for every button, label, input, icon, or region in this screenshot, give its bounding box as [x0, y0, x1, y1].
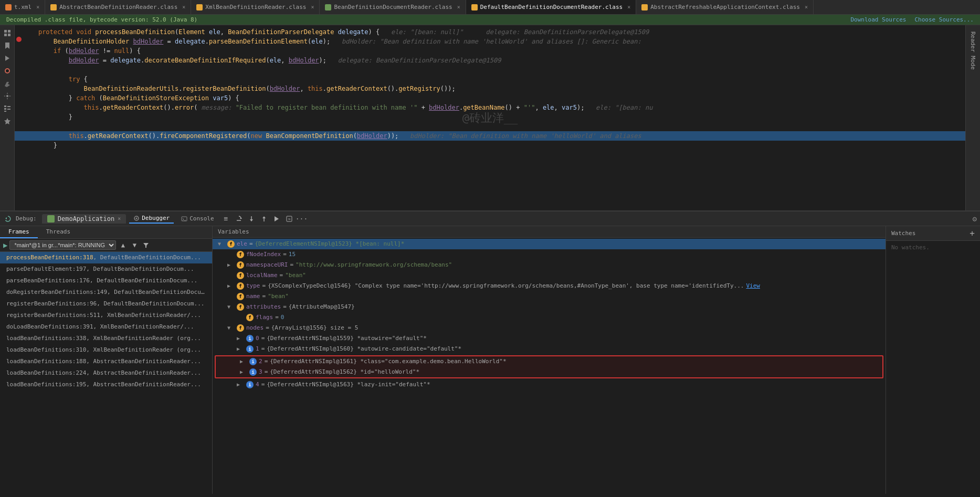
debug-body: Frames Threads ▶ *main*@1 in gr...*main*… — [0, 226, 980, 494]
sidebar-icon-settings[interactable] — [2, 90, 13, 102]
tab-close-4[interactable]: × — [627, 4, 630, 10]
ctrl-btn-down[interactable]: ▼ — [130, 240, 139, 250]
tab-icon-xml — [5, 4, 12, 10]
var-expand-nodes[interactable]: ▼ — [227, 323, 235, 333]
var-expand-flags — [237, 313, 244, 322]
code-line-5 — [15, 65, 965, 75]
sidebar-icon-debug[interactable] — [2, 65, 13, 77]
gear-btn[interactable]: ⚙ — [973, 215, 977, 223]
frame-item-2[interactable]: parseBeanDefinitions:176, DefaultBeanDef… — [0, 275, 212, 287]
debug-btn-step-out[interactable] — [259, 214, 269, 224]
debug-label: Debug: — [16, 215, 37, 222]
tab-close-xml[interactable]: × — [36, 4, 39, 10]
sidebar-icon-paint[interactable] — [2, 78, 13, 89]
code-line-9: this.getReaderContext().error( message: … — [15, 103, 965, 112]
var-expand-node-4[interactable]: ▶ — [237, 380, 244, 389]
debug-btn-run-cursor[interactable] — [272, 214, 281, 224]
var-eq-ele: = — [249, 239, 253, 249]
debug-btn-step-over[interactable] — [234, 214, 244, 224]
tab-abstract-bean[interactable]: AbstractBeanDefinitionReader.class × — [45, 0, 191, 14]
frame-item-3[interactable]: doRegisterBeanDefinitions:149, DefaultBe… — [0, 287, 212, 298]
download-sources-link[interactable]: Download Sources — [850, 16, 906, 23]
var-eq-localname: = — [280, 271, 283, 280]
var-item-nodes[interactable]: ▼ f nodes = {ArrayList@1556} size = 5 — [213, 323, 886, 333]
choose-sources-link[interactable]: Choose Sources... — [914, 16, 974, 23]
tab-default-bean-doc[interactable]: DefaultBeanDefinitionDocumentReader.clas… — [466, 0, 637, 14]
frame-item-4[interactable]: registerBeanDefinitions:96, DefaultBeanD… — [0, 298, 212, 310]
var-item-node-2[interactable]: ▶ i 2 = {DeferredAttrNSImpl@1561} *class… — [216, 356, 882, 367]
sidebar-icon-project[interactable] — [2, 27, 13, 39]
tab-close-2[interactable]: × — [311, 4, 314, 10]
var-item-fnodeindex[interactable]: f fNodeIndex = 15 — [213, 249, 886, 260]
debug-btn-eval[interactable]: ≈ — [284, 214, 294, 224]
tab-label-default-bean-doc: DefaultBeanDefinitionDocumentReader.clas… — [480, 4, 623, 10]
var-item-node-0[interactable]: ▶ i 0 = {DeferredAttrNSImpl@1559} *autow… — [213, 333, 886, 344]
watches-add-btn[interactable]: + — [970, 228, 975, 238]
sidebar-icon-bookmark[interactable] — [2, 40, 13, 51]
var-name-name: name — [246, 292, 260, 301]
var-item-nsuri[interactable]: ▶ f namespaceURI = "http://www.springfra… — [213, 260, 886, 270]
debug-btn-list[interactable]: ≡ — [222, 214, 231, 224]
var-item-name[interactable]: f name = "bean" — [213, 291, 886, 302]
var-val-type-view[interactable]: View — [746, 281, 760, 291]
var-expand-nsuri[interactable]: ▶ — [227, 260, 235, 270]
var-expand-node-3[interactable]: ▶ — [240, 367, 247, 377]
var-item-ele[interactable]: ▼ f ele = {DeferredElementNSImpl@1523} *… — [213, 239, 886, 249]
var-icon-nodes: f — [237, 324, 244, 332]
var-name-type: type — [246, 281, 260, 291]
svg-rect-2 — [4, 34, 7, 36]
debug-btn-dots[interactable]: ··· — [297, 214, 307, 224]
frames-tab-frames[interactable]: Frames — [0, 226, 38, 238]
frame-item-11[interactable]: loadBeanDefinitions:195, AbstractBeanDef… — [0, 379, 212, 390]
ctrl-btn-up[interactable]: ▲ — [118, 240, 128, 250]
svg-rect-1 — [8, 30, 10, 33]
var-expand-ele[interactable]: ▼ — [218, 239, 225, 249]
var-expand-attributes[interactable]: ▼ — [227, 302, 235, 312]
debug-tab-debugger[interactable]: Debugger — [129, 214, 174, 224]
debug-app-tab[interactable]: DemoApplication × — [42, 214, 126, 224]
var-item-flags[interactable]: f flags = 0 — [213, 312, 886, 323]
tab-xml-bean[interactable]: XmlBeanDefinitionReader.class × — [191, 0, 320, 14]
tab-close-3[interactable]: × — [457, 4, 460, 10]
sidebar-icon-structure[interactable] — [2, 103, 13, 114]
frames-list: processBeanDefinition:318, DefaultBeanDe… — [0, 252, 212, 494]
debug-btn-step-into[interactable] — [247, 214, 256, 224]
thread-select[interactable]: *main*@1 in gr...*main*: RUNNING — [9, 240, 116, 250]
frame-item-0[interactable]: processBeanDefinition:318, DefaultBeanDe… — [0, 252, 212, 263]
tab-bean-doc[interactable]: BeanDefinitionDocumentReader.class × — [320, 0, 466, 14]
frame-item-9[interactable]: loadBeanDefinitions:188, AbstractBeanDef… — [0, 356, 212, 367]
tab-abstract-refresh[interactable]: AbstractRefreshableApplicationContext.cl… — [636, 0, 814, 14]
frame-item-6[interactable]: doLoadBeanDefinitions:391, XmlBeanDefini… — [0, 321, 212, 333]
reader-mode-label[interactable]: Reader Mode — [970, 31, 976, 70]
ctrl-btn-filter[interactable] — [141, 240, 151, 250]
frame-item-8[interactable]: loadBeanDefinitions:310, XmlBeanDefiniti… — [0, 344, 212, 356]
sidebar-icon-run[interactable] — [2, 52, 13, 64]
var-eq-flags: = — [275, 313, 279, 322]
var-item-node-4[interactable]: ▶ i 4 = {DeferredAttrNSImpl@1563} *lazy-… — [213, 379, 886, 390]
frame-item-1[interactable]: parseDefaultElement:197, DefaultBeanDefi… — [0, 263, 212, 275]
var-expand-node-2[interactable]: ▶ — [240, 357, 247, 366]
frame-item-5[interactable]: registerBeanDefinitions:511, XmlBeanDefi… — [0, 310, 212, 321]
debug-app-close[interactable]: × — [118, 216, 121, 221]
sidebar-icon-favorites[interactable] — [2, 115, 13, 127]
var-item-localname[interactable]: f localName = "bean" — [213, 270, 886, 281]
code-line-13: } — [15, 141, 965, 150]
debug-restart-btn[interactable] — [3, 214, 13, 224]
var-expand-type[interactable]: ▶ — [227, 281, 235, 291]
var-expand-node-1[interactable]: ▶ — [237, 344, 244, 354]
var-val-attributes: {AttributeMap@1547} — [289, 302, 355, 312]
tab-t-xml[interactable]: t.xml × — [0, 0, 45, 14]
var-item-attributes[interactable]: ▼ f attributes = {AttributeMap@1547} — [213, 302, 886, 312]
var-item-node-1[interactable]: ▶ i 1 = {DeferredAttrNSImpl@1560} *autow… — [213, 344, 886, 354]
tab-close-5[interactable]: × — [805, 4, 808, 10]
frame-item-10[interactable]: loadBeanDefinitions:224, AbstractBeanDef… — [0, 367, 212, 379]
var-item-type[interactable]: ▶ f type = {XSComplexTypeDecl@1546} "Com… — [213, 281, 886, 291]
var-expand-node-0[interactable]: ▶ — [237, 334, 244, 343]
var-item-node-3[interactable]: ▶ i 3 = {DeferredAttrNSImpl@1562} *id="h… — [216, 367, 882, 377]
debug-tab-console[interactable]: Console — [177, 214, 218, 223]
tab-label-abstract-refresh: AbstractRefreshableApplicationContext.cl… — [650, 4, 800, 10]
frames-tab-threads[interactable]: Threads — [38, 226, 79, 238]
tab-close-1[interactable]: × — [182, 4, 185, 10]
code-area[interactable]: protected void processBeanDefinition(Ele… — [15, 25, 965, 210]
frame-item-7[interactable]: loadBeanDefinitions:338, XmlBeanDefiniti… — [0, 333, 212, 344]
